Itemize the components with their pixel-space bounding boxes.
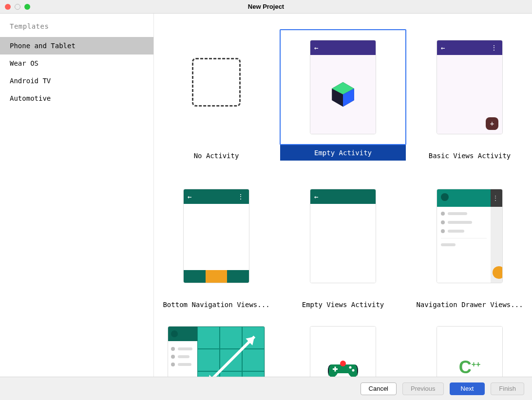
template-preview: ← ⋮ + bbox=[437, 40, 503, 134]
preview-appbar: ← ⋮ bbox=[437, 40, 502, 55]
preview-side-panel bbox=[168, 327, 197, 377]
template-preview: + bbox=[168, 326, 265, 377]
back-arrow-icon: ← bbox=[314, 44, 318, 52]
template-label: Empty Views Activity bbox=[302, 301, 384, 309]
avatar-icon bbox=[171, 330, 178, 337]
svg-point-6 bbox=[340, 361, 346, 366]
template-preview: ← bbox=[310, 40, 376, 134]
template-preview: ⋮ bbox=[437, 189, 503, 283]
window-controls bbox=[0, 4, 30, 10]
template-label: Bottom Navigation Views... bbox=[163, 301, 269, 309]
template-label: Empty Activity bbox=[280, 145, 406, 161]
game-controller-icon bbox=[327, 357, 359, 377]
overflow-menu-icon: ⋮ bbox=[237, 193, 245, 200]
compose-logo-icon bbox=[328, 80, 358, 109]
avatar-icon bbox=[441, 193, 449, 201]
close-window-icon[interactable] bbox=[5, 4, 11, 10]
svg-point-10 bbox=[352, 369, 355, 372]
template-preview: ← bbox=[310, 189, 376, 283]
template-bottom-navigation[interactable]: ← ⋮ Bottom Navigation Views... bbox=[154, 178, 279, 309]
titlebar: New Project bbox=[0, 0, 532, 14]
svg-line-3 bbox=[208, 337, 255, 377]
template-empty-activity[interactable]: ← Empty Activity bbox=[280, 29, 406, 161]
preview-drawer-scrim: ⋮ bbox=[491, 189, 502, 283]
overflow-menu-icon: ⋮ bbox=[491, 189, 502, 207]
preview-drawer-panel bbox=[437, 189, 491, 283]
template-preview bbox=[180, 34, 253, 141]
sidebar-title: Templates bbox=[0, 22, 153, 37]
svg-rect-8 bbox=[335, 367, 336, 372]
template-navigation-drawer[interactable]: ⋮ Navigation Drawer Views... bbox=[407, 178, 532, 309]
minimize-window-icon[interactable] bbox=[15, 4, 20, 10]
preview-bottom-nav bbox=[184, 270, 249, 283]
preview-grid: + bbox=[197, 327, 265, 377]
content-area: Templates Phone and Tablet Wear OS Andro… bbox=[0, 14, 532, 377]
fab-icon bbox=[493, 266, 503, 279]
fab-add-icon: + bbox=[486, 117, 498, 130]
preview-body bbox=[184, 204, 249, 270]
sidebar-item-automotive[interactable]: Automotive bbox=[0, 90, 153, 107]
sidebar-item-phone-tablet[interactable]: Phone and Tablet bbox=[0, 37, 153, 55]
dashed-placeholder-icon bbox=[192, 58, 241, 107]
sidebar-item-android-tv[interactable]: Android TV bbox=[0, 72, 153, 90]
preview-body bbox=[310, 204, 376, 283]
zoom-window-icon[interactable] bbox=[24, 4, 30, 10]
back-arrow-icon: ← bbox=[314, 193, 318, 200]
svg-point-9 bbox=[349, 366, 352, 369]
template-label: No Activity bbox=[194, 152, 239, 160]
template-gallery: No Activity ← bbox=[154, 14, 532, 377]
template-preview bbox=[310, 326, 376, 377]
window-title: New Project bbox=[248, 3, 284, 10]
template-preview: ← ⋮ bbox=[183, 189, 249, 283]
preview-drawer-header bbox=[437, 189, 491, 207]
cpp-logo-icon: C++ bbox=[459, 357, 481, 377]
preview-body: + bbox=[437, 55, 502, 134]
sidebar: Templates Phone and Tablet Wear OS Andro… bbox=[0, 14, 154, 377]
template-responsive-views[interactable]: + bbox=[154, 326, 279, 377]
template-game-activity[interactable] bbox=[280, 326, 406, 377]
template-label: Navigation Drawer Views... bbox=[416, 301, 523, 309]
template-no-activity[interactable]: No Activity bbox=[154, 29, 279, 161]
template-label: Basic Views Activity bbox=[429, 152, 511, 160]
template-empty-views[interactable]: ← Empty Views Activity bbox=[280, 178, 406, 309]
template-preview: C++ bbox=[437, 326, 503, 377]
cancel-button[interactable]: Cancel bbox=[361, 382, 397, 395]
template-native-cpp[interactable]: C++ bbox=[407, 326, 532, 377]
sidebar-item-wear-os[interactable]: Wear OS bbox=[0, 55, 153, 72]
previous-button[interactable]: Previous bbox=[402, 382, 444, 395]
preview-body bbox=[310, 55, 376, 134]
next-button[interactable]: Next bbox=[450, 382, 485, 395]
back-arrow-icon: ← bbox=[441, 44, 445, 52]
dialog-footer: Cancel Previous Next Finish bbox=[0, 377, 532, 400]
preview-appbar: ← bbox=[310, 189, 376, 204]
preview-appbar: ← ⋮ bbox=[184, 189, 249, 204]
template-basic-views[interactable]: ← ⋮ + Basic Views Activity bbox=[407, 29, 532, 161]
resize-arrow-icon bbox=[197, 327, 265, 377]
finish-button[interactable]: Finish bbox=[491, 382, 524, 395]
preview-appbar: ← bbox=[310, 40, 376, 55]
overflow-menu-icon: ⋮ bbox=[491, 44, 498, 52]
back-arrow-icon: ← bbox=[188, 193, 191, 200]
